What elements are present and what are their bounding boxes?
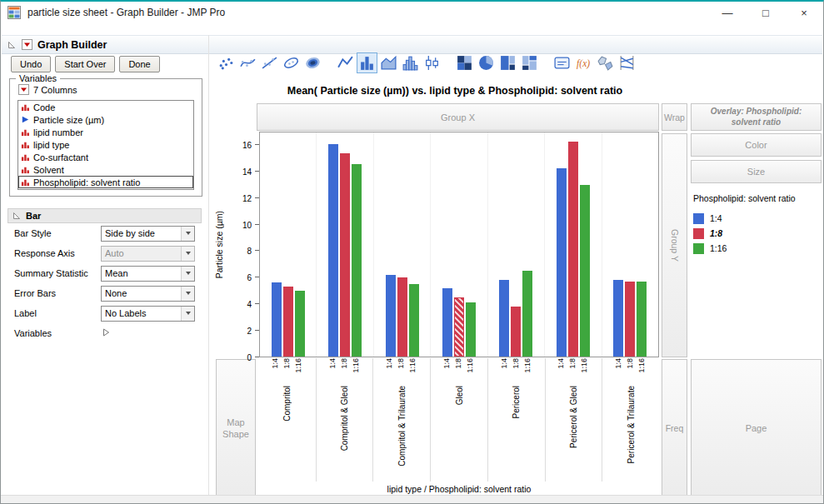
column-item-co-surfactant[interactable]: Co-surfactant — [18, 151, 193, 163]
bar-gleol-1-8[interactable] — [454, 297, 464, 357]
label-dropdown[interactable]: No Labels — [101, 306, 195, 322]
column-item-solvent[interactable]: Solvent — [18, 163, 193, 176]
bar-pericerol-gleol-1-4[interactable] — [557, 168, 567, 357]
category-label[interactable]: Compritol & Trilaurate — [397, 386, 407, 467]
legend-item-1-4[interactable]: 1:4 — [693, 211, 820, 226]
color-dropzone[interactable]: Color — [691, 133, 822, 157]
bar-pericerol-1-16[interactable] — [522, 271, 532, 357]
smoother-element-icon[interactable] — [237, 52, 258, 73]
bar-pericerol-1-4[interactable] — [499, 280, 509, 357]
category-label[interactable]: Compritol — [282, 386, 292, 422]
plot-area[interactable] — [259, 132, 659, 357]
column-item-lipid-type[interactable]: lipid type — [18, 138, 193, 151]
x-tick-label[interactable]: 1:8 — [397, 358, 407, 369]
bar-compritol-trilaurate-1-8[interactable] — [397, 277, 407, 357]
bar-pericerol-1-8[interactable] — [511, 307, 521, 357]
x-tick-label[interactable]: 1:8 — [454, 358, 464, 369]
points-element-icon[interactable] — [216, 52, 237, 73]
columns-red-triangle-icon[interactable] — [18, 84, 29, 95]
line-element-icon[interactable] — [335, 52, 356, 73]
done-button[interactable]: Done — [119, 56, 159, 72]
bar-element-icon[interactable] — [357, 52, 377, 73]
formula-element-icon[interactable]: f(x) — [573, 52, 594, 73]
start-over-button[interactable]: Start Over — [55, 56, 115, 72]
bar-gleol-1-4[interactable] — [442, 288, 452, 357]
x-tick-label[interactable]: 1:16 — [580, 358, 590, 373]
heatmap-element-icon[interactable] — [454, 52, 475, 73]
category-label[interactable]: Pericerol — [512, 386, 521, 418]
histogram-element-icon[interactable] — [400, 52, 421, 73]
x-tick-label[interactable]: 1:4 — [500, 358, 510, 369]
summary-statistic-dropdown[interactable]: Mean — [101, 266, 195, 282]
x-tick-label[interactable]: 1:4 — [557, 358, 567, 369]
column-item-phospholipid-solvent-ratio[interactable]: Phospholipid: solvent ratio — [18, 176, 193, 188]
bar-compritol-gleol-1-16[interactable] — [352, 164, 362, 357]
bar-pericerol-gleol-1-16[interactable] — [580, 185, 590, 357]
bar-gleol-1-16[interactable] — [466, 302, 476, 357]
x-tick-label[interactable]: 1:8 — [568, 358, 578, 369]
group-y-dropzone[interactable]: Group Y — [662, 133, 687, 357]
treemap-element-icon[interactable] — [497, 52, 518, 73]
x-tick-label[interactable]: 1:16 — [408, 358, 418, 373]
x-tick-label[interactable]: 1:4 — [442, 358, 452, 369]
category-label[interactable]: Pericerol & Gleol — [569, 386, 578, 448]
bar-compritol-gleol-1-4[interactable] — [328, 144, 338, 357]
column-item-particle-size-m[interactable]: Particle size (µm) — [18, 113, 193, 126]
bar-pericerol-trilaurate-1-16[interactable] — [637, 282, 647, 357]
bar-compritol-trilaurate-1-16[interactable] — [409, 284, 419, 357]
group-x-dropzone[interactable]: Group X — [257, 103, 659, 131]
overlay-dropzone[interactable]: Overlay: Phospholipid: solvent ratio — [691, 103, 822, 131]
x-tick-label[interactable]: 1:8 — [340, 358, 350, 369]
x-tick-label[interactable]: 1:16 — [637, 358, 647, 373]
bar-compritol-1-16[interactable] — [295, 291, 305, 357]
x-tick-label[interactable]: 1:8 — [512, 358, 522, 369]
minimize-button[interactable]: — — [708, 2, 747, 23]
category-label[interactable]: Pericerol & Trilaurate — [627, 386, 636, 463]
x-tick-label[interactable]: 1:8 — [282, 358, 292, 369]
x-tick-label[interactable]: 1:4 — [271, 358, 281, 369]
bar-compritol-gleol-1-8[interactable] — [340, 153, 350, 357]
box-plot-element-icon[interactable] — [422, 52, 442, 73]
bar-compritol-1-8[interactable] — [283, 287, 293, 357]
area-element-icon[interactable] — [378, 52, 399, 73]
x-tick-label[interactable]: 1:4 — [614, 358, 624, 369]
error-bars-dropdown[interactable]: None — [101, 286, 195, 302]
page-dropzone[interactable]: Page — [691, 359, 822, 497]
size-dropzone[interactable]: Size — [691, 160, 822, 183]
legend-item-1-8[interactable]: 1:8 — [693, 226, 820, 241]
x-tick-label[interactable]: 1:16 — [523, 358, 533, 373]
column-item-code[interactable]: Code — [18, 101, 193, 113]
wrap-dropzone[interactable]: Wrap — [662, 103, 687, 131]
category-label[interactable]: Compritol & Gleol — [340, 386, 349, 451]
variables-disclosure-icon[interactable] — [101, 327, 111, 339]
x-axis-labels[interactable]: 1:41:81:16Compritol1:41:81:16Compritol &… — [259, 358, 659, 482]
ellipse-element-icon[interactable] — [281, 52, 302, 73]
bar-compritol-1-4[interactable] — [272, 282, 282, 357]
category-label[interactable]: Gleol — [455, 386, 464, 405]
caption-box-element-icon[interactable] — [552, 52, 572, 73]
bar-pericerol-gleol-1-8[interactable] — [568, 142, 578, 357]
bar-compritol-trilaurate-1-4[interactable] — [386, 275, 396, 357]
pie-element-icon[interactable] — [476, 52, 497, 73]
bar-pericerol-trilaurate-1-8[interactable] — [625, 282, 635, 357]
collapse-triangle-icon[interactable] — [7, 40, 17, 50]
red-triangle-menu-icon[interactable] — [22, 39, 32, 50]
mosaic-element-icon[interactable] — [519, 52, 540, 73]
bar-pericerol-trilaurate-1-4[interactable] — [613, 280, 623, 357]
x-tick-label[interactable]: 1:16 — [466, 358, 476, 373]
map-shapes-element-icon[interactable] — [595, 52, 616, 73]
freq-dropzone[interactable]: Freq — [662, 359, 687, 497]
bar-panel-header[interactable]: Bar — [7, 208, 202, 223]
x-tick-label[interactable]: 1:8 — [626, 358, 636, 369]
bar-style-dropdown[interactable]: Side by side — [101, 226, 195, 242]
panel-splitter[interactable] — [208, 35, 209, 495]
x-tick-label[interactable]: 1:16 — [294, 358, 304, 373]
column-item-lipid-number[interactable]: lipid number — [18, 126, 193, 138]
x-tick-label[interactable]: 1:4 — [328, 358, 338, 369]
x-tick-label[interactable]: 1:16 — [352, 358, 362, 373]
parallel-plot-element-icon[interactable] — [617, 52, 637, 73]
x-tick-label[interactable]: 1:4 — [385, 358, 395, 369]
contour-element-icon[interactable] — [302, 52, 323, 73]
line-of-fit-element-icon[interactable] — [259, 52, 280, 73]
close-button[interactable]: × — [785, 2, 823, 23]
